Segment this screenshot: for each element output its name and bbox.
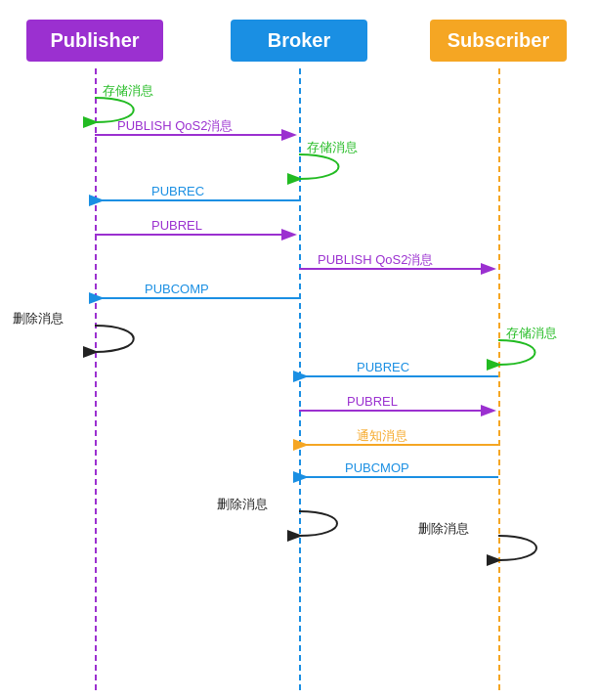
publisher-label: Publisher	[50, 29, 139, 51]
broker-lifeline	[299, 68, 301, 690]
svg-text:存储消息: 存储消息	[103, 83, 153, 98]
svg-text:PUBLISH QoS2消息: PUBLISH QoS2消息	[318, 252, 434, 267]
broker-header: Broker	[231, 20, 367, 62]
subscriber-header: Subscriber	[430, 20, 567, 62]
subscriber-label: Subscriber	[448, 29, 549, 51]
svg-text:PUBCOMP: PUBCOMP	[145, 282, 209, 296]
svg-text:存储消息: 存储消息	[307, 140, 358, 154]
subscriber-lifeline	[498, 68, 500, 690]
broker-label: Broker	[268, 29, 330, 51]
svg-text:PUBLISH QoS2消息: PUBLISH QoS2消息	[117, 118, 234, 133]
svg-text:删除消息: 删除消息	[418, 521, 469, 536]
svg-text:通知消息: 通知消息	[357, 428, 407, 443]
svg-text:存储消息: 存储消息	[506, 326, 557, 340]
svg-text:PUBREL: PUBREL	[347, 394, 398, 409]
publisher-lifeline	[95, 68, 97, 690]
svg-text:PUBREL: PUBREL	[151, 218, 202, 233]
publisher-header: Publisher	[26, 20, 163, 62]
svg-text:PUBREC: PUBREC	[151, 184, 204, 198]
svg-text:PUBREC: PUBREC	[357, 360, 409, 374]
svg-text:删除消息: 删除消息	[13, 311, 64, 326]
sequence-diagram: Publisher Broker Subscriber	[0, 0, 598, 700]
svg-text:PUBCMOP: PUBCMOP	[345, 460, 409, 475]
svg-text:删除消息: 删除消息	[217, 497, 268, 511]
